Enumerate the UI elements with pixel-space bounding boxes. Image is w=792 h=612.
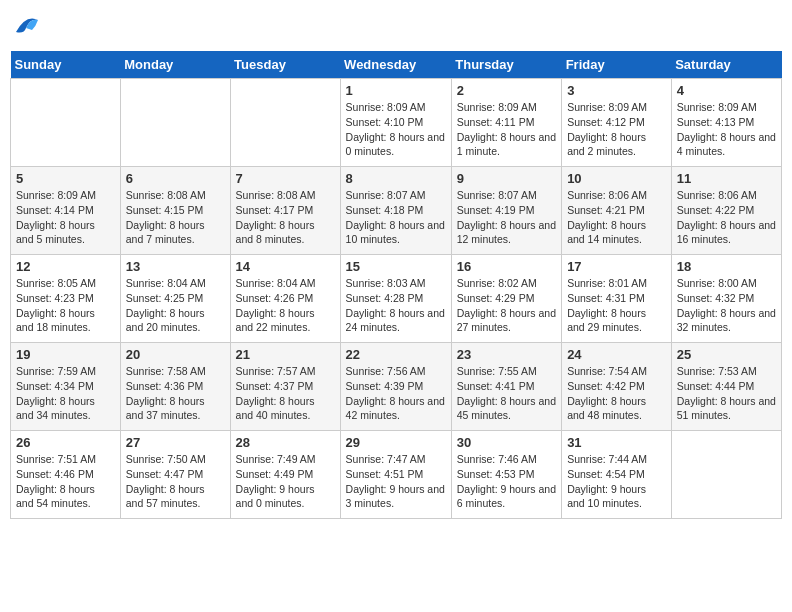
day-number: 1	[346, 83, 446, 98]
day-number: 20	[126, 347, 225, 362]
logo-icon	[12, 10, 40, 38]
day-info: Sunrise: 7:49 AMSunset: 4:49 PMDaylight:…	[236, 452, 335, 511]
day-info: Sunrise: 7:44 AMSunset: 4:54 PMDaylight:…	[567, 452, 666, 511]
day-info: Sunrise: 7:59 AMSunset: 4:34 PMDaylight:…	[16, 364, 115, 423]
day-info: Sunrise: 7:47 AMSunset: 4:51 PMDaylight:…	[346, 452, 446, 511]
day-number: 9	[457, 171, 556, 186]
day-number: 3	[567, 83, 666, 98]
day-info: Sunrise: 8:08 AMSunset: 4:17 PMDaylight:…	[236, 188, 335, 247]
day-number: 16	[457, 259, 556, 274]
day-number: 26	[16, 435, 115, 450]
calendar-cell: 24Sunrise: 7:54 AMSunset: 4:42 PMDayligh…	[562, 343, 672, 431]
day-number: 22	[346, 347, 446, 362]
day-number: 30	[457, 435, 556, 450]
calendar-cell: 3Sunrise: 8:09 AMSunset: 4:12 PMDaylight…	[562, 79, 672, 167]
day-number: 15	[346, 259, 446, 274]
calendar-cell	[671, 431, 781, 519]
calendar-cell: 1Sunrise: 8:09 AMSunset: 4:10 PMDaylight…	[340, 79, 451, 167]
calendar-cell: 30Sunrise: 7:46 AMSunset: 4:53 PMDayligh…	[451, 431, 561, 519]
weekday-header-saturday: Saturday	[671, 51, 781, 79]
calendar-cell: 31Sunrise: 7:44 AMSunset: 4:54 PMDayligh…	[562, 431, 672, 519]
calendar-cell: 17Sunrise: 8:01 AMSunset: 4:31 PMDayligh…	[562, 255, 672, 343]
calendar-cell: 15Sunrise: 8:03 AMSunset: 4:28 PMDayligh…	[340, 255, 451, 343]
day-info: Sunrise: 8:08 AMSunset: 4:15 PMDaylight:…	[126, 188, 225, 247]
calendar-cell	[120, 79, 230, 167]
day-number: 8	[346, 171, 446, 186]
day-info: Sunrise: 8:01 AMSunset: 4:31 PMDaylight:…	[567, 276, 666, 335]
calendar-cell: 20Sunrise: 7:58 AMSunset: 4:36 PMDayligh…	[120, 343, 230, 431]
day-number: 29	[346, 435, 446, 450]
day-number: 14	[236, 259, 335, 274]
day-info: Sunrise: 8:09 AMSunset: 4:13 PMDaylight:…	[677, 100, 776, 159]
calendar-cell: 29Sunrise: 7:47 AMSunset: 4:51 PMDayligh…	[340, 431, 451, 519]
calendar-cell: 13Sunrise: 8:04 AMSunset: 4:25 PMDayligh…	[120, 255, 230, 343]
day-info: Sunrise: 8:04 AMSunset: 4:26 PMDaylight:…	[236, 276, 335, 335]
calendar-cell: 22Sunrise: 7:56 AMSunset: 4:39 PMDayligh…	[340, 343, 451, 431]
day-number: 17	[567, 259, 666, 274]
calendar-cell	[11, 79, 121, 167]
day-info: Sunrise: 8:03 AMSunset: 4:28 PMDaylight:…	[346, 276, 446, 335]
calendar-cell: 21Sunrise: 7:57 AMSunset: 4:37 PMDayligh…	[230, 343, 340, 431]
day-info: Sunrise: 8:09 AMSunset: 4:11 PMDaylight:…	[457, 100, 556, 159]
day-info: Sunrise: 8:06 AMSunset: 4:21 PMDaylight:…	[567, 188, 666, 247]
day-number: 13	[126, 259, 225, 274]
weekday-header-friday: Friday	[562, 51, 672, 79]
day-number: 7	[236, 171, 335, 186]
day-number: 18	[677, 259, 776, 274]
day-number: 23	[457, 347, 556, 362]
weekday-header-monday: Monday	[120, 51, 230, 79]
weekday-header-sunday: Sunday	[11, 51, 121, 79]
day-number: 31	[567, 435, 666, 450]
calendar-cell: 11Sunrise: 8:06 AMSunset: 4:22 PMDayligh…	[671, 167, 781, 255]
day-info: Sunrise: 8:04 AMSunset: 4:25 PMDaylight:…	[126, 276, 225, 335]
day-info: Sunrise: 8:09 AMSunset: 4:12 PMDaylight:…	[567, 100, 666, 159]
day-info: Sunrise: 7:55 AMSunset: 4:41 PMDaylight:…	[457, 364, 556, 423]
calendar-cell: 23Sunrise: 7:55 AMSunset: 4:41 PMDayligh…	[451, 343, 561, 431]
calendar-cell: 9Sunrise: 8:07 AMSunset: 4:19 PMDaylight…	[451, 167, 561, 255]
calendar-cell: 6Sunrise: 8:08 AMSunset: 4:15 PMDaylight…	[120, 167, 230, 255]
calendar-cell: 5Sunrise: 8:09 AMSunset: 4:14 PMDaylight…	[11, 167, 121, 255]
day-info: Sunrise: 7:51 AMSunset: 4:46 PMDaylight:…	[16, 452, 115, 511]
day-info: Sunrise: 7:57 AMSunset: 4:37 PMDaylight:…	[236, 364, 335, 423]
day-number: 11	[677, 171, 776, 186]
day-number: 24	[567, 347, 666, 362]
day-info: Sunrise: 7:53 AMSunset: 4:44 PMDaylight:…	[677, 364, 776, 423]
day-info: Sunrise: 8:00 AMSunset: 4:32 PMDaylight:…	[677, 276, 776, 335]
day-info: Sunrise: 7:56 AMSunset: 4:39 PMDaylight:…	[346, 364, 446, 423]
day-info: Sunrise: 8:02 AMSunset: 4:29 PMDaylight:…	[457, 276, 556, 335]
weekday-header-tuesday: Tuesday	[230, 51, 340, 79]
day-info: Sunrise: 8:07 AMSunset: 4:19 PMDaylight:…	[457, 188, 556, 247]
day-info: Sunrise: 7:58 AMSunset: 4:36 PMDaylight:…	[126, 364, 225, 423]
day-number: 27	[126, 435, 225, 450]
day-number: 6	[126, 171, 225, 186]
day-number: 4	[677, 83, 776, 98]
day-number: 10	[567, 171, 666, 186]
day-number: 21	[236, 347, 335, 362]
day-info: Sunrise: 8:06 AMSunset: 4:22 PMDaylight:…	[677, 188, 776, 247]
calendar-cell: 14Sunrise: 8:04 AMSunset: 4:26 PMDayligh…	[230, 255, 340, 343]
calendar-header: SundayMondayTuesdayWednesdayThursdayFrid…	[11, 51, 782, 79]
day-info: Sunrise: 7:46 AMSunset: 4:53 PMDaylight:…	[457, 452, 556, 511]
calendar-cell: 27Sunrise: 7:50 AMSunset: 4:47 PMDayligh…	[120, 431, 230, 519]
day-info: Sunrise: 7:50 AMSunset: 4:47 PMDaylight:…	[126, 452, 225, 511]
calendar-cell: 16Sunrise: 8:02 AMSunset: 4:29 PMDayligh…	[451, 255, 561, 343]
day-info: Sunrise: 8:07 AMSunset: 4:18 PMDaylight:…	[346, 188, 446, 247]
calendar-cell: 25Sunrise: 7:53 AMSunset: 4:44 PMDayligh…	[671, 343, 781, 431]
calendar-cell: 4Sunrise: 8:09 AMSunset: 4:13 PMDaylight…	[671, 79, 781, 167]
day-number: 5	[16, 171, 115, 186]
calendar-cell: 18Sunrise: 8:00 AMSunset: 4:32 PMDayligh…	[671, 255, 781, 343]
day-info: Sunrise: 8:05 AMSunset: 4:23 PMDaylight:…	[16, 276, 115, 335]
logo	[10, 10, 40, 43]
calendar-cell: 2Sunrise: 8:09 AMSunset: 4:11 PMDaylight…	[451, 79, 561, 167]
calendar-cell: 19Sunrise: 7:59 AMSunset: 4:34 PMDayligh…	[11, 343, 121, 431]
calendar-cell: 28Sunrise: 7:49 AMSunset: 4:49 PMDayligh…	[230, 431, 340, 519]
day-number: 19	[16, 347, 115, 362]
calendar-table: SundayMondayTuesdayWednesdayThursdayFrid…	[10, 51, 782, 519]
calendar-cell: 10Sunrise: 8:06 AMSunset: 4:21 PMDayligh…	[562, 167, 672, 255]
day-number: 25	[677, 347, 776, 362]
weekday-header-wednesday: Wednesday	[340, 51, 451, 79]
day-number: 2	[457, 83, 556, 98]
calendar-cell: 26Sunrise: 7:51 AMSunset: 4:46 PMDayligh…	[11, 431, 121, 519]
page-header	[10, 10, 782, 43]
calendar-cell: 7Sunrise: 8:08 AMSunset: 4:17 PMDaylight…	[230, 167, 340, 255]
